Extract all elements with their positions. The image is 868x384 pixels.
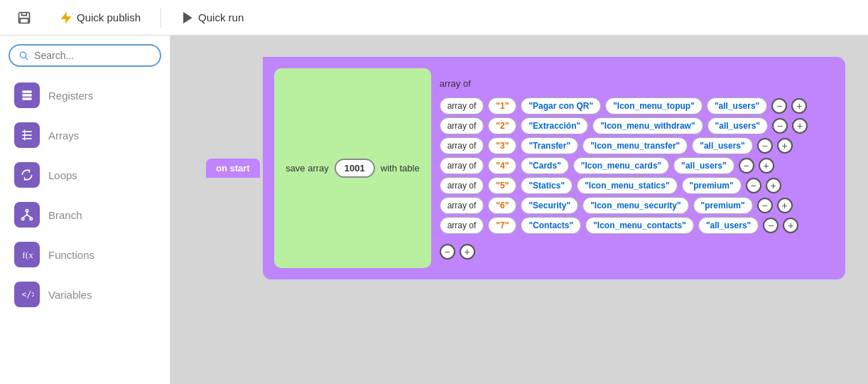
search-icon <box>18 50 28 61</box>
list-item[interactable]: "Pagar con QR" <box>521 97 601 114</box>
sidebar-item-functions[interactable]: f(x) Functions <box>0 235 170 274</box>
list-item[interactable]: "Statics" <box>521 177 573 194</box>
arrays-icon <box>14 122 40 148</box>
list-item[interactable]: "Icon_menu_transfer" <box>582 137 688 154</box>
quick-run-button[interactable]: Quick run <box>173 7 252 28</box>
registers-label: Registers <box>48 90 93 102</box>
svg-marker-2 <box>184 13 192 23</box>
list-item[interactable]: "Cards" <box>521 157 568 174</box>
search-input[interactable] <box>34 50 151 61</box>
bottom-buttons: − + <box>440 241 825 260</box>
add-item-button[interactable]: + <box>783 218 798 233</box>
list-item[interactable]: "all_users" <box>707 97 767 114</box>
svg-rect-5 <box>22 90 31 92</box>
array-rows-container: array of"1""Pagar con QR""Icon_menu_topu… <box>440 96 825 235</box>
loops-label: Loops <box>48 169 77 181</box>
quick-publish-label: Quick publish <box>77 11 141 23</box>
array-value-pill[interactable]: 1001 <box>335 159 375 178</box>
add-item-button[interactable]: + <box>777 198 793 213</box>
functions-label: Functions <box>48 249 94 261</box>
list-item[interactable]: "premium" <box>693 197 753 214</box>
save-icon <box>17 11 31 25</box>
remove-item-button[interactable]: − <box>746 178 761 193</box>
table-row: array of"5""Statics""Icon_menu_statics""… <box>440 176 825 196</box>
remove-item-button[interactable]: − <box>757 138 773 154</box>
add-item-button[interactable]: + <box>792 118 808 134</box>
list-item[interactable]: "5" <box>488 177 516 194</box>
list-item[interactable]: "6" <box>488 197 516 214</box>
toolbar-divider <box>161 8 161 28</box>
list-item[interactable]: "2" <box>488 117 516 134</box>
loops-icon <box>14 162 40 188</box>
table-row: array of"1""Pagar con QR""Icon_menu_topu… <box>440 96 825 116</box>
add-item-button[interactable]: + <box>791 98 807 114</box>
list-item[interactable]: "Contacts" <box>521 217 581 234</box>
branch-label: Branch <box>48 209 82 221</box>
list-item: array of <box>440 177 484 194</box>
table-row: array of"6""Security""Icon_menu_security… <box>440 196 825 215</box>
svg-line-17 <box>27 215 31 218</box>
save-button[interactable] <box>9 6 40 29</box>
list-item: array of <box>440 197 484 214</box>
sidebar-item-branch[interactable]: Branch <box>0 195 170 235</box>
array-of-title: array of <box>440 77 825 90</box>
add-row-button[interactable]: + <box>460 244 475 260</box>
sidebar-item-loops[interactable]: Loops <box>0 155 170 195</box>
remove-item-button[interactable]: − <box>739 158 754 174</box>
list-item[interactable]: "Icon_menu_cards" <box>573 157 669 174</box>
outer-block: save array 1001 with table array of arra… <box>263 57 845 279</box>
remove-item-button[interactable]: − <box>757 198 773 213</box>
svg-text:</>: </> <box>22 289 35 299</box>
svg-point-3 <box>20 52 26 58</box>
table-row: array of"2""Extracción""Icon_menu_withdr… <box>440 116 825 136</box>
list-item: array of <box>440 97 484 114</box>
list-item[interactable]: "premium" <box>682 177 742 194</box>
svg-point-13 <box>22 218 24 220</box>
svg-marker-1 <box>61 12 71 23</box>
canvas: on start save array 1001 with table arra… <box>170 36 868 384</box>
list-item[interactable]: "all_users" <box>673 157 734 174</box>
list-item[interactable]: "Icon_menu_statics" <box>577 177 677 194</box>
sidebar-item-variables[interactable]: </> Variables <box>0 274 170 314</box>
list-item[interactable]: "all_users" <box>707 117 768 134</box>
table-row: array of"4""Cards""Icon_menu_cards""all_… <box>440 156 825 176</box>
list-item[interactable]: "4" <box>488 157 516 174</box>
quick-publish-button[interactable]: Quick publish <box>51 7 149 28</box>
save-array-row: save array 1001 with table <box>286 159 420 178</box>
remove-item-button[interactable]: − <box>772 118 788 134</box>
list-item[interactable]: "7" <box>488 217 516 234</box>
svg-point-14 <box>30 218 32 220</box>
sidebar-item-registers[interactable]: Registers <box>0 75 170 115</box>
svg-line-16 <box>23 215 27 218</box>
functions-icon: f(x) <box>14 242 40 267</box>
list-item[interactable]: "Extracción" <box>521 117 588 134</box>
block-wrapper: on start save array 1001 with table arra… <box>199 57 854 279</box>
list-item[interactable]: "Icon_menu_topup" <box>605 97 702 114</box>
list-item[interactable]: "Icon_menu_security" <box>582 197 688 214</box>
variables-icon: </> <box>14 282 40 307</box>
toolbar: Quick publish Quick run <box>0 0 868 36</box>
search-box[interactable] <box>9 44 161 67</box>
list-item[interactable]: "Icon_menu_contacts" <box>585 217 694 234</box>
play-icon <box>181 11 194 24</box>
table-row: array of"3""Transfer""Icon_menu_transfer… <box>440 136 825 156</box>
add-item-button[interactable]: + <box>766 178 781 193</box>
branch-icon <box>14 202 40 228</box>
list-item[interactable]: "3" <box>488 137 516 154</box>
list-item[interactable]: "Icon_menu_withdraw" <box>592 117 702 134</box>
remove-item-button[interactable]: − <box>771 98 787 114</box>
list-item: array of <box>440 157 484 174</box>
list-item[interactable]: "Security" <box>521 197 578 214</box>
variables-label: Variables <box>48 289 92 301</box>
sidebar-item-arrays[interactable]: Arrays <box>0 115 170 155</box>
svg-rect-7 <box>22 97 31 100</box>
remove-item-button[interactable]: − <box>763 218 779 233</box>
list-item[interactable]: "all_users" <box>698 217 759 234</box>
list-item[interactable]: "Transfer" <box>521 137 578 154</box>
list-item[interactable]: "all_users" <box>692 137 752 154</box>
arrays-label: Arrays <box>48 129 79 142</box>
add-item-button[interactable]: + <box>777 138 793 154</box>
add-item-button[interactable]: + <box>759 158 774 174</box>
remove-row-button[interactable]: − <box>440 244 455 260</box>
list-item[interactable]: "1" <box>488 97 516 114</box>
